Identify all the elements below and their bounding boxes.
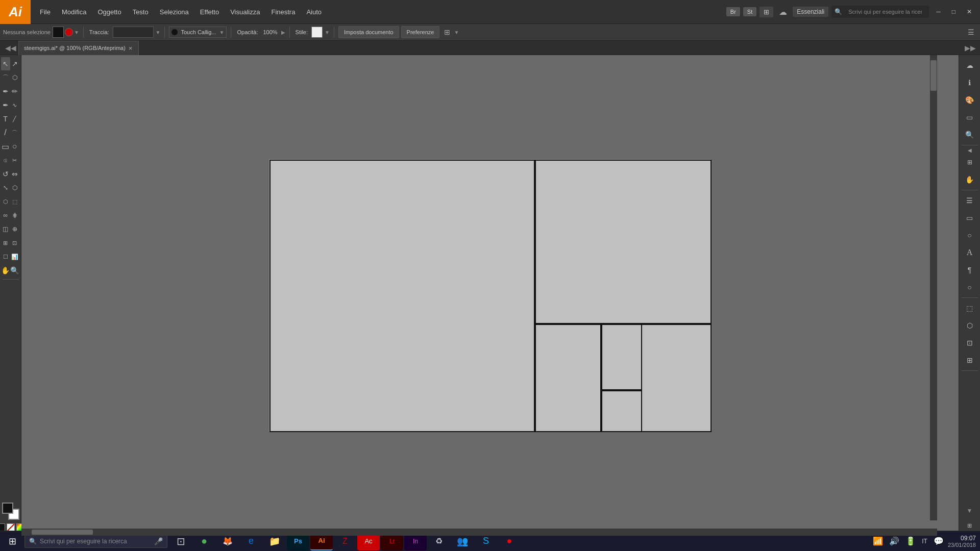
maximize-btn[interactable]: □ [948,7,960,16]
scale-tool[interactable]: ⤡ [1,181,10,194]
menu-finestra[interactable]: Finestra [266,6,300,18]
minimize-btn[interactable]: ─ [932,7,945,16]
selection-tool[interactable]: ↖ [1,57,10,70]
close-btn[interactable]: ✕ [963,7,976,16]
imposta-documento-btn[interactable]: Imposta documento [338,26,399,38]
magic-wand-tool[interactable]: ⬡ [10,71,19,84]
reflect-tool[interactable]: ⇔ [10,167,19,181]
cloud-icon[interactable]: ☁ [776,6,790,18]
brushes-panel-btn[interactable]: ⊡ [961,335,979,351]
essenziali-btn[interactable]: Essenziali [793,7,828,17]
close-tab-btn[interactable]: × [129,44,133,52]
zoom-tool[interactable]: 🔍 [10,264,19,277]
pathfinder-panel-btn[interactable]: ○ [961,227,979,243]
puppet-warp-tool[interactable]: ⬡ [1,195,10,208]
color-panel-btn[interactable]: 🎨 [961,92,979,108]
sidebar-toggle-btn[interactable]: ☰ [965,27,977,38]
gradient-tool[interactable]: ◫ [1,222,10,236]
hand-tool[interactable]: ✋ [1,264,10,277]
blend-tool[interactable]: ∞ [1,209,10,222]
zoom-panel-btn[interactable]: 🔍 [961,127,979,143]
menu-aiuto[interactable]: Aiuto [301,6,327,18]
direct-select-tool[interactable]: ↗ [10,57,19,70]
symbol-tool[interactable]: ⊡ [10,236,19,249]
swatches-panel-btn[interactable]: ▭ [961,109,979,126]
view-options: ⊞ ▼ [442,27,459,38]
canvas-area[interactable] [21,55,959,536]
menu-oggetto[interactable]: Oggetto [92,6,126,18]
preferenze-btn[interactable]: Preferenze [401,26,440,38]
lasso-tool[interactable]: ⌒ [1,71,10,84]
taskbar-search[interactable]: 🔍 Scrivi qui per eseguire la ricerca 🎤 [24,535,167,548]
menu-modifica[interactable]: Modifica [57,6,91,18]
h-scrollbar-thumb[interactable] [32,530,93,535]
clock[interactable]: 09:07 23/01/2018 [948,535,976,548]
v-scrollbar-thumb[interactable] [930,60,937,91]
brush-tool[interactable]: ✒ [1,98,10,112]
h-scrollbar[interactable] [21,529,937,536]
taskbar-network-icon[interactable]: 📶 [871,535,885,547]
vertical-type-tool[interactable]: ╱ [10,112,19,126]
search-input[interactable] [844,7,926,17]
artboard-tool[interactable]: ☐ [1,250,10,263]
transform-panel-btn[interactable]: ▭ [961,210,979,226]
measure-tool[interactable]: ⊞ [1,236,10,249]
panels-expand-btn[interactable]: ▶▶ [965,44,976,52]
ellipse-tool[interactable]: ○ [10,140,19,153]
brush-selector[interactable]: Touch Callig... ▼ [169,27,227,38]
menu-effetto[interactable]: Effetto [195,6,224,18]
menu-seleziona[interactable]: Seleziona [155,6,194,18]
eyedropper-tool[interactable]: ⊕ [10,222,19,236]
pen-tool[interactable]: ✒ [1,85,10,98]
arc-tool[interactable]: ⌒ [10,126,19,139]
panel-scroll-down[interactable]: ▼ [967,507,973,514]
fill-swatch[interactable] [53,27,64,38]
mesh-tool[interactable]: ⋕ [10,209,19,222]
view-grid-btn[interactable]: ⊞ [442,27,453,38]
char-panel-btn[interactable]: A [961,244,979,261]
tool-sep [3,279,19,280]
panel-collapse-btn[interactable]: ◀ [961,147,979,153]
puppet-tool-pair: ⬡ ⬚ [1,195,20,208]
cloud-panel-btn[interactable]: ☁ [961,57,979,73]
graph-tool[interactable]: 📊 [10,250,19,263]
taskbar-notification-icon[interactable]: 💬 [932,535,946,547]
trace-input[interactable] [113,27,154,38]
menu-testo[interactable]: Testo [128,6,154,18]
workspace-btn[interactable]: ⊞ [760,7,773,17]
opentype-panel-btn[interactable]: ○ [961,279,979,295]
collapse-panels-btn[interactable]: ◀◀ [5,44,16,52]
stroke-swatch[interactable] [65,28,73,36]
action-panel-btn[interactable]: ⊞ [961,352,979,368]
stock-btn[interactable]: St [743,7,756,16]
bridge-btn[interactable]: Br [726,7,740,16]
foreground-swatch[interactable] [2,503,13,514]
taskbar-battery-icon[interactable]: 🔋 [903,535,918,547]
rectangle-tool[interactable]: ▭ [1,140,10,153]
start-button[interactable]: ⊞ [0,531,24,552]
align-panel-btn[interactable]: ☰ [961,192,979,209]
scissors-tool[interactable]: ✂ [10,154,19,167]
rotate-tool[interactable]: ↺ [1,167,10,181]
blob-tool[interactable]: ∿ [10,98,19,112]
graphic-styles-btn[interactable]: ⬚ [961,300,979,316]
taskbar-lang-icon[interactable]: IT [920,537,929,546]
taskbar-volume-icon[interactable]: 🔊 [887,535,901,547]
style-swatch[interactable] [311,27,323,38]
shear-tool[interactable]: ⬡ [10,181,19,194]
menu-visualizza[interactable]: Visualizza [225,6,265,18]
type-tool[interactable]: T [1,112,10,126]
artboards-panel-btn[interactable]: ✋ [961,171,979,188]
line-tool[interactable]: / [1,126,10,139]
para-panel-btn[interactable]: ¶ [961,262,979,278]
document-tab[interactable]: steemgigs.ai* @ 100% (RGB/Anteprima) × [18,41,139,55]
pencil-tool[interactable]: ✏ [10,85,19,98]
info-panel-btn[interactable]: ℹ [961,74,979,91]
menu-file[interactable]: File [35,6,56,18]
v-scrollbar[interactable] [930,55,937,520]
main-area: ↖ ↗ ⌒ ⬡ ✒ ✏ ✒ ∿ T ╱ / ⌒ ▭ ○ ⟃ ✂ [0,55,980,536]
symbols-panel-btn[interactable]: ⬡ [961,317,979,334]
eraser-tool[interactable]: ⟃ [1,154,10,167]
free-transform-tool[interactable]: ⬚ [10,195,19,208]
layers-panel-btn[interactable]: ⊞ [961,154,979,170]
